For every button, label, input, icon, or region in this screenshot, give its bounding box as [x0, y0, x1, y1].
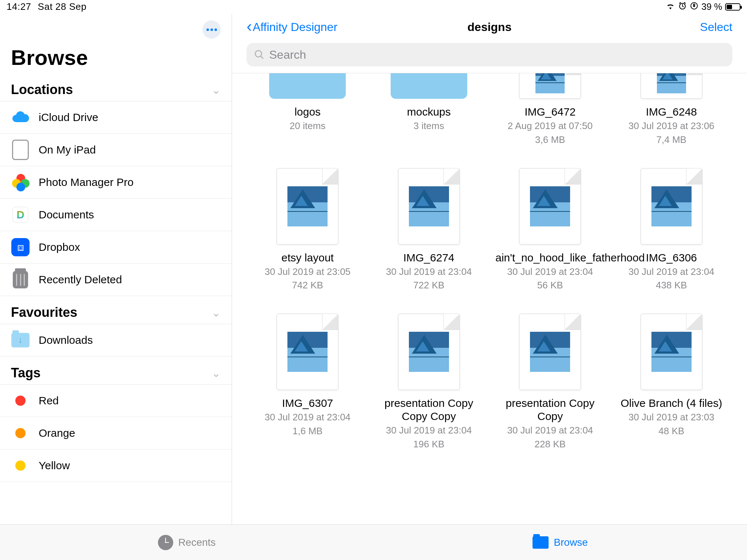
file-meta-date: 30 Jul 2019 at 23:04 [507, 266, 593, 278]
status-date: Sat 28 Sep [38, 1, 87, 12]
folder-title: designs [468, 20, 512, 34]
file-item[interactable]: etsy layout30 Jul 2019 at 23:05742 KB [250, 168, 365, 292]
file-name: presentation Copy Copy Copy [374, 397, 484, 423]
sidebar-item-label: Recently Deleted [39, 273, 221, 286]
document-thumb-icon [276, 168, 338, 245]
document-thumb-icon [519, 168, 581, 245]
file-meta-size: 722 KB [413, 279, 444, 292]
affinity-logo-icon [287, 186, 328, 226]
sidebar-item-label: On My iPad [39, 144, 221, 156]
battery-icon [725, 3, 740, 11]
affinity-logo-icon [651, 186, 692, 226]
document-thumb-icon [519, 73, 581, 99]
sidebar-item[interactable]: On My iPad [0, 134, 232, 166]
sidebar-item[interactable]: Downloads [0, 324, 232, 357]
folder-thumb-icon [391, 73, 467, 99]
select-button[interactable]: Select [700, 20, 732, 34]
file-meta-size: 48 KB [658, 425, 684, 438]
file-item[interactable]: IMG_64722 Aug 2019 at 07:503,6 MB [493, 73, 608, 146]
file-name: IMG_6307 [282, 397, 333, 410]
file-item[interactable]: mockups3 items [372, 73, 487, 146]
file-meta-date: 2 Aug 2019 at 07:50 [508, 120, 593, 132]
sidebar-item[interactable]: Red [0, 385, 232, 417]
file-meta-date: 30 Jul 2019 at 23:05 [264, 266, 351, 278]
file-meta-date: 30 Jul 2019 at 23:04 [386, 424, 472, 437]
sidebar-item-label: Photo Manager Pro [39, 176, 221, 188]
file-name: IMG_6248 [646, 105, 697, 118]
svg-rect-2 [693, 5, 695, 7]
file-name: presentation Copy Copy [495, 397, 605, 423]
locations-header[interactable]: Locations ⌄ [0, 81, 232, 101]
more-button[interactable] [202, 20, 221, 39]
location-icon [11, 108, 30, 127]
tags-header[interactable]: Tags ⌄ [0, 364, 232, 385]
sidebar-item[interactable]: DDocuments [0, 199, 232, 231]
sidebar-item-label: Dropbox [39, 241, 221, 253]
sidebar-item-label: Orange [39, 427, 221, 439]
file-item[interactable]: presentation Copy Copy30 Jul 2019 at 23:… [493, 314, 608, 451]
file-meta-size: 56 KB [537, 279, 563, 292]
file-item[interactable]: presentation Copy Copy Copy30 Jul 2019 a… [372, 314, 487, 451]
sidebar-item[interactable]: Yellow [0, 450, 232, 482]
content-area: ‹ Affinity Designer designs Select Searc… [232, 14, 747, 524]
orientation-lock-icon [690, 1, 698, 12]
sidebar-item-label: iCloud Drive [39, 111, 221, 124]
favourites-header[interactable]: Favourites ⌄ [0, 303, 232, 324]
tab-recents[interactable]: Recents [0, 525, 374, 560]
tags-list: RedOrangeYellow [0, 385, 232, 482]
sidebar-item[interactable]: Recently Deleted [0, 264, 232, 296]
file-name: IMG_6472 [525, 105, 576, 118]
search-icon [254, 49, 265, 60]
file-name: etsy layout [282, 251, 334, 264]
file-meta-size: 196 KB [413, 438, 444, 451]
file-meta-size: 742 KB [292, 279, 323, 292]
file-meta-size: 228 KB [535, 438, 566, 451]
tab-browse[interactable]: Browse [374, 525, 747, 560]
file-item[interactable]: IMG_627430 Jul 2019 at 23:04722 KB [372, 168, 487, 292]
file-meta-date: 30 Jul 2019 at 23:03 [628, 411, 715, 424]
chevron-left-icon: ‹ [247, 18, 252, 34]
file-meta-size: 3,6 MB [535, 134, 565, 146]
location-icon [11, 140, 30, 159]
location-icon: D [11, 205, 30, 224]
sidebar-item[interactable]: iCloud Drive [0, 101, 232, 134]
file-meta-date: 30 Jul 2019 at 23:06 [628, 120, 715, 132]
file-item[interactable]: ain't_no_hood_like_fatherhood30 Jul 2019… [493, 168, 608, 292]
file-item[interactable]: logos20 items [250, 73, 365, 146]
file-name: IMG_6306 [646, 251, 697, 264]
wifi-icon [666, 1, 675, 12]
sidebar: Browse Locations ⌄ iCloud DriveOn My iPa… [0, 14, 232, 524]
file-item[interactable]: IMG_630730 Jul 2019 at 23:041,6 MB [250, 314, 365, 451]
sidebar-item-label: Downloads [39, 334, 221, 346]
tag-dot-icon [11, 391, 30, 410]
search-placeholder: Search [269, 48, 306, 62]
sidebar-item-label: Yellow [39, 459, 221, 472]
search-input[interactable]: Search [247, 43, 732, 66]
sidebar-item[interactable]: Orange [0, 417, 232, 450]
battery-percent: 39 % [701, 1, 722, 12]
file-item[interactable]: IMG_630630 Jul 2019 at 23:04438 KB [614, 168, 729, 292]
location-icon [11, 270, 30, 289]
location-icon: ⧈ [11, 238, 30, 257]
file-meta-date: 30 Jul 2019 at 23:04 [264, 411, 351, 424]
tag-dot-icon [11, 424, 30, 443]
chevron-down-icon: ⌄ [212, 306, 221, 319]
file-meta-date: 20 items [290, 120, 325, 132]
document-thumb-icon [640, 73, 703, 99]
chevron-down-icon: ⌄ [212, 367, 221, 380]
clock-icon [158, 535, 173, 550]
sidebar-item[interactable]: Photo Manager Pro [0, 166, 232, 199]
back-button[interactable]: ‹ Affinity Designer [247, 20, 337, 34]
sidebar-item[interactable]: ⧈Dropbox [0, 231, 232, 264]
file-name: mockups [407, 105, 451, 118]
downloads-folder-icon [11, 331, 30, 350]
affinity-logo-icon [287, 332, 328, 372]
folder-icon [533, 536, 549, 549]
affinity-logo-icon [535, 73, 565, 93]
file-meta-size: 1,6 MB [293, 425, 322, 438]
document-thumb-icon [640, 168, 703, 245]
file-item[interactable]: Olive Branch (4 files)30 Jul 2019 at 23:… [614, 314, 729, 451]
file-item[interactable]: IMG_624830 Jul 2019 at 23:067,4 MB [614, 73, 729, 146]
file-name: IMG_6274 [403, 251, 454, 264]
status-time: 14:27 [7, 1, 31, 12]
